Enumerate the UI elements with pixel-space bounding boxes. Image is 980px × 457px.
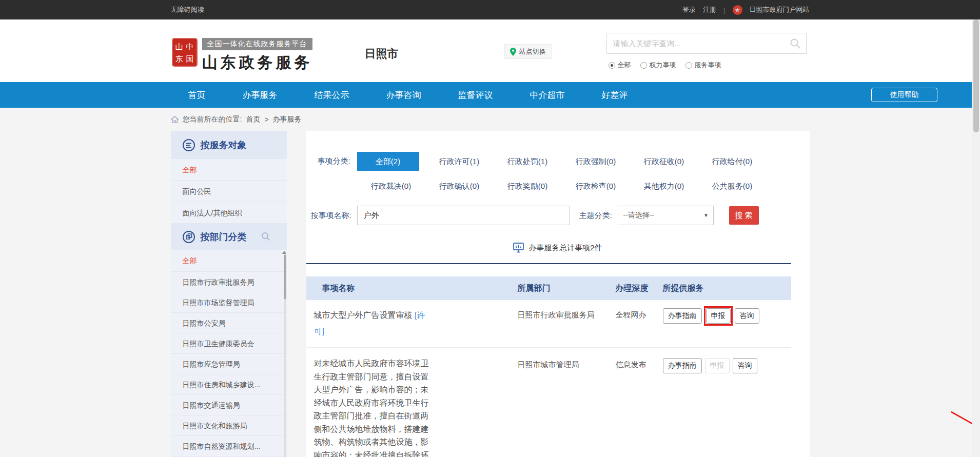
nav-item-intermediary[interactable]: 中介超市	[530, 89, 565, 101]
login-link[interactable]: 登录	[682, 5, 696, 14]
section-divider	[306, 263, 791, 264]
consult-button[interactable]: 咨询	[733, 358, 757, 373]
guide-button[interactable]: 办事指南	[663, 358, 702, 373]
apply-button[interactable]: 申报	[706, 308, 731, 324]
search-button[interactable]: 搜 索	[729, 206, 759, 225]
search-input[interactable]	[607, 39, 790, 48]
topbar-separator: |	[723, 6, 725, 14]
site-logo[interactable]: 中山国东 全国一体化在线政务服务平台 山东政务服务	[172, 38, 313, 73]
topic-select[interactable]: --请选择-- ▼	[618, 206, 714, 225]
nav-item-services[interactable]: 办事服务	[243, 89, 278, 101]
sidebar-item-dept-8[interactable]: 日照市文化和旅游局	[171, 415, 287, 436]
scope-service-items[interactable]: 服务事项	[685, 61, 721, 70]
nav-item-consult[interactable]: 办事咨询	[386, 89, 421, 101]
item-department: 日照市行政审批服务局	[504, 307, 616, 320]
magnifier-icon[interactable]	[261, 232, 270, 241]
tab-admin-ruling[interactable]: 行政裁决(0)	[357, 176, 425, 195]
portal-link[interactable]: 日照市政府门户网站	[750, 5, 810, 14]
tab-admin-penalty[interactable]: 行政处罚(1)	[494, 152, 562, 171]
sidebar-item-dept-5[interactable]: 日照市应急管理局	[171, 354, 287, 374]
radio-power-icon[interactable]	[640, 62, 647, 69]
tab-admin-inspection[interactable]: 行政检查(0)	[562, 176, 630, 195]
nav-item-rating[interactable]: 好差评	[602, 89, 628, 101]
nav-item-home[interactable]: 首页	[188, 89, 206, 101]
item-depth: 全程网办	[616, 307, 663, 320]
site-switch-button[interactable]: 站点切换	[504, 44, 552, 59]
item-name: 城市大型户外广告设置审核 [许可]	[314, 307, 431, 339]
register-link[interactable]: 注册	[703, 5, 716, 14]
home-icon	[171, 116, 179, 123]
sidebar-item-dept-1[interactable]: 日照市行政审批服务局	[171, 272, 287, 292]
sidebar-item-target-all[interactable]: 全部	[171, 159, 287, 181]
sidebar: 按服务对象 全部 面向公民 面向法人/其他组织 按部门分类	[171, 131, 287, 457]
sidebar-section-department: 按部门分类	[171, 224, 287, 250]
shandong-seal-logo: 中山国东	[172, 38, 198, 67]
scope-power-items[interactable]: 权力事项	[640, 61, 676, 70]
chevron-down-icon: ▼	[704, 213, 709, 218]
sidebar-item-dept-7[interactable]: 日照市交通运输局	[171, 395, 287, 415]
item-department: 日照市城市管理局	[504, 357, 616, 370]
list-circle-icon	[182, 138, 195, 152]
scope-all[interactable]: 全部	[609, 61, 631, 70]
breadcrumb-home[interactable]: 首页	[246, 115, 260, 124]
tab-public-service[interactable]: 公共服务(0)	[698, 176, 767, 195]
page-scrollbar[interactable]	[972, 19, 980, 457]
chart-monitor-icon	[513, 243, 524, 253]
radio-service-icon[interactable]	[685, 62, 692, 69]
sidebar-item-dept-6[interactable]: 日照市住房和城乡建设...	[171, 374, 287, 395]
guide-button[interactable]: 办事指南	[663, 308, 702, 324]
consult-button[interactable]: 咨询	[735, 308, 759, 324]
topic-label: 主题分类:	[579, 211, 618, 221]
nav-item-supervision[interactable]: 监督评议	[458, 89, 493, 101]
top-utility-bar: 无障碍阅读 登录 注册 | ★ 日照市政府门户网站	[0, 0, 980, 19]
squares-circle-icon	[182, 230, 195, 244]
nav-item-results[interactable]: 结果公示	[315, 89, 349, 101]
breadcrumb-current[interactable]: 办事服务	[273, 115, 302, 124]
sidebar-item-dept-9[interactable]: 日照市自然资源和规划...	[171, 436, 287, 456]
category-tabs-row2: 行政裁决(0) 行政确认(0) 行政奖励(0) 行政检查(0) 其他权力(0) …	[357, 176, 767, 195]
item-name-label: 按事项名称:	[311, 211, 357, 221]
tab-admin-payment[interactable]: 行政给付(0)	[698, 152, 767, 171]
help-button[interactable]: 使用帮助	[871, 88, 937, 102]
radio-all-icon[interactable]	[609, 62, 615, 69]
main-nav: 首页 办事服务 结果公示 办事咨询 监督评议 中介超市 好差评 使用帮助	[0, 82, 980, 108]
accessibility-link[interactable]: 无障碍阅读	[171, 5, 204, 14]
tab-all[interactable]: 全部(2)	[357, 152, 419, 171]
magnifier-icon[interactable]	[790, 38, 801, 49]
sidebar-item-dept-2[interactable]: 日照市市场监督管理局	[171, 292, 287, 313]
sidebar-scroll-up-icon[interactable]	[282, 251, 286, 254]
sidebar-item-dept-4[interactable]: 日照市卫生健康委员会	[171, 333, 287, 354]
tab-other-power[interactable]: 其他权力(0)	[630, 176, 698, 195]
header-item-name: 事项名称	[306, 283, 504, 294]
header-depth: 办理深度	[616, 283, 663, 294]
category-tabs-row1: 全部(2) 行政许可(1) 行政处罚(1) 行政强制(0) 行政征收(0) 行政…	[357, 152, 767, 171]
city-name: 日照市	[365, 46, 399, 62]
site-title: 山东政务服务	[202, 52, 313, 73]
tab-admin-reward[interactable]: 行政奖励(0)	[494, 176, 562, 195]
category-filter-label: 事项分类:	[318, 156, 357, 166]
tab-admin-collection[interactable]: 行政征收(0)	[630, 152, 698, 171]
tab-admin-confirmation[interactable]: 行政确认(0)	[425, 176, 494, 195]
sidebar-item-legal-persons[interactable]: 面向法人/其他组织	[171, 202, 287, 224]
sidebar-item-dept-3[interactable]: 日照市公安局	[171, 313, 287, 333]
header-services: 所提供服务	[663, 283, 791, 294]
table-row: 城市大型户外广告设置审核 [许可] 日照市行政审批服务局 全程网办 办事指南 申…	[306, 300, 791, 348]
breadcrumb-prefix: 您当前所在的位置:	[183, 115, 242, 124]
sidebar-item-dept-all[interactable]: 全部	[171, 250, 287, 272]
search-scope-group: 全部 权力事项 服务事项	[609, 61, 721, 70]
breadcrumb-separator: >	[264, 115, 268, 124]
tab-admin-coercion[interactable]: 行政强制(0)	[562, 152, 630, 171]
tab-admin-license[interactable]: 行政许可(1)	[425, 152, 494, 171]
location-pin-icon	[510, 48, 516, 56]
results-table: 事项名称 所属部门 办理深度 所提供服务 城市大型户外广告设置审核 [许可] 日…	[306, 276, 791, 457]
item-name-input[interactable]	[357, 206, 570, 225]
national-emblem-icon: ★	[733, 5, 742, 15]
sidebar-scrollbar[interactable]	[284, 253, 286, 457]
table-row: 对未经城市人民政府市容环境卫生行政主管部门同意，擅自设置大型户外广告，影响市容的…	[306, 348, 791, 457]
page-scroll-thumb[interactable]	[973, 19, 979, 132]
sidebar-scroll-thumb[interactable]	[284, 255, 286, 299]
apply-button-disabled: 申报	[705, 358, 730, 373]
sidebar-item-citizens[interactable]: 面向公民	[171, 181, 287, 202]
table-header: 事项名称 所属部门 办理深度 所提供服务	[306, 276, 791, 300]
breadcrumb: 您当前所在的位置: 首页 > 办事服务	[0, 108, 980, 131]
